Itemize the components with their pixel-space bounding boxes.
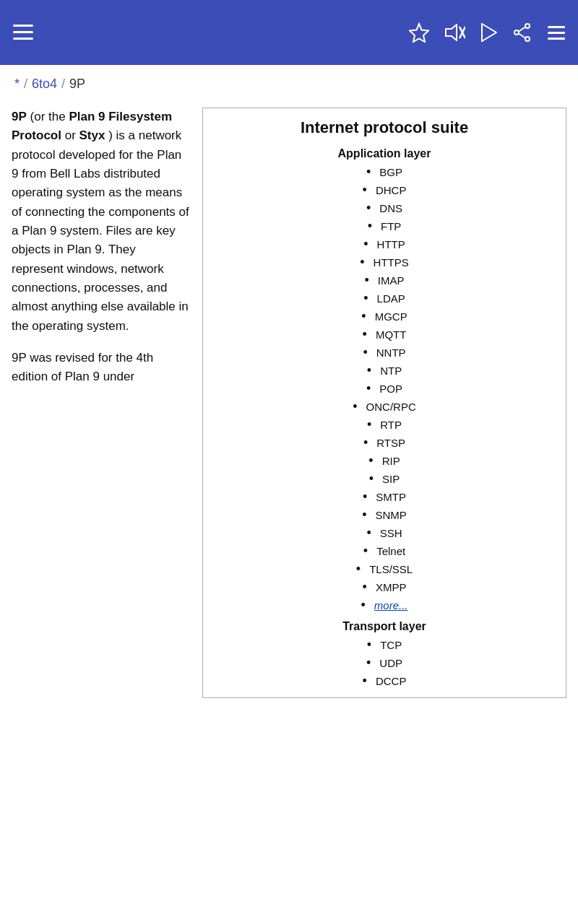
list-item-bgp[interactable]: BGP: [203, 163, 566, 181]
svg-rect-2: [13, 38, 33, 40]
play-icon[interactable]: [481, 23, 497, 42]
article-second-paragraph: 9P was revised for the 4th edition of Pl…: [12, 349, 191, 387]
svg-point-8: [525, 24, 530, 28]
share-icon[interactable]: [513, 23, 532, 42]
list-item-tcp[interactable]: TCP: [203, 636, 566, 654]
list-item-mqtt[interactable]: MQTT: [203, 326, 566, 344]
breadcrumb-sep2: /: [61, 77, 65, 92]
infobox-transport-layer-header: Transport layer: [203, 614, 566, 636]
list-item-smtp[interactable]: SMTP: [203, 488, 566, 506]
list-item-ldap[interactable]: LDAP: [203, 289, 566, 308]
list-item-udp[interactable]: UDP: [203, 654, 566, 672]
breadcrumb-star[interactable]: *: [14, 77, 20, 92]
list-item-http[interactable]: HTTP: [203, 235, 566, 253]
list-item-dhcp[interactable]: DHCP: [203, 181, 566, 199]
list-item-pop[interactable]: POP: [203, 380, 566, 398]
breadcrumb-current: 9P: [69, 77, 85, 92]
article-text: 9P (or the Plan 9 Filesystem Protocol or…: [12, 108, 191, 387]
svg-marker-7: [482, 24, 496, 41]
breadcrumb-link-6to4[interactable]: 6to4: [32, 77, 57, 92]
header-right-icons: [409, 22, 565, 43]
svg-point-9: [525, 37, 530, 41]
list-item-https[interactable]: HTTPS: [203, 253, 566, 271]
list-item-more[interactable]: more...: [203, 596, 566, 614]
list-item-dns[interactable]: DNS: [203, 199, 566, 217]
infobox: Internet protocol suite Application laye…: [202, 108, 566, 698]
list-item-snmp[interactable]: SNMP: [203, 506, 566, 524]
article-term-9p: 9P: [12, 110, 27, 123]
mute-icon[interactable]: [445, 24, 465, 41]
hamburger-menu-icon[interactable]: [13, 25, 33, 40]
list-item-rtsp[interactable]: RTSP: [203, 434, 566, 452]
list-item-ssh[interactable]: SSH: [203, 524, 566, 542]
overflow-menu-icon[interactable]: [548, 24, 565, 41]
article-term-styx: Styx: [79, 128, 105, 142]
list-item-oncrpc[interactable]: ONC/RPC: [203, 398, 566, 416]
svg-marker-3: [410, 24, 428, 42]
list-item-imap[interactable]: IMAP: [203, 271, 566, 289]
list-item-ntp[interactable]: NTP: [203, 362, 566, 380]
main-content: 9P (or the Plan 9 Filesystem Protocol or…: [0, 100, 578, 712]
svg-marker-4: [446, 25, 457, 40]
list-item-rip[interactable]: RIP: [203, 452, 566, 470]
transport-layer-list: TCP UDP DCCP: [203, 636, 566, 697]
star-icon[interactable]: [409, 22, 429, 43]
list-item-tlsssl[interactable]: TLS/SSL: [203, 560, 566, 578]
list-item-ftp[interactable]: FTP: [203, 217, 566, 235]
infobox-title: Internet protocol suite: [203, 108, 566, 141]
article-text-body: ) is a network protocol developed for th…: [12, 128, 189, 332]
svg-rect-18: [561, 38, 565, 40]
svg-line-11: [519, 27, 525, 32]
breadcrumb-sep1: /: [24, 77, 27, 92]
list-item-nntp[interactable]: NNTP: [203, 344, 566, 362]
breadcrumb: * / 6to4 / 9P: [0, 65, 578, 100]
application-layer-list: BGP DHCP DNS FTP HTTP HTTPS IMAP LDAP MG…: [203, 163, 566, 614]
svg-rect-17: [561, 32, 565, 34]
list-item-sip[interactable]: SIP: [203, 470, 566, 488]
svg-line-12: [519, 34, 525, 38]
svg-rect-16: [561, 26, 565, 28]
list-item-dccp[interactable]: DCCP: [203, 672, 566, 690]
svg-point-10: [514, 30, 519, 35]
app-header: [0, 0, 578, 65]
article-main-paragraph: 9P (or the Plan 9 Filesystem Protocol or…: [12, 108, 191, 336]
list-item-rtp[interactable]: RTP: [203, 416, 566, 434]
article-text-or2: or: [65, 128, 79, 142]
list-item-telnet[interactable]: Telnet: [203, 542, 566, 560]
svg-rect-0: [13, 25, 33, 27]
article-text-or: (or the: [30, 110, 69, 123]
list-item-xmpp[interactable]: XMPP: [203, 578, 566, 596]
infobox-application-layer-header: Application layer: [203, 141, 566, 163]
list-item-mgcp[interactable]: MGCP: [203, 308, 566, 326]
svg-rect-1: [13, 31, 33, 33]
